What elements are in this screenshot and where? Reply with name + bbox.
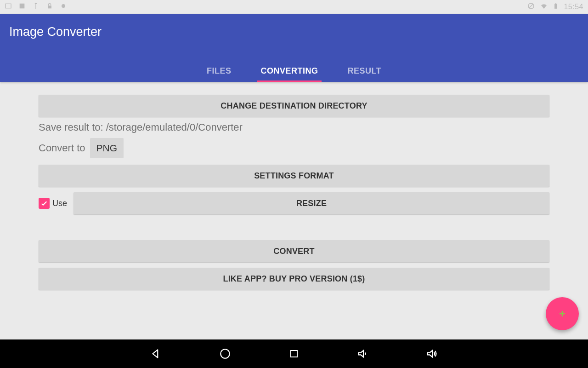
no-sign-icon <box>527 2 535 12</box>
settings-format-button[interactable]: SETTINGS FORMAT <box>39 165 549 187</box>
svg-rect-7 <box>555 3 556 4</box>
svg-rect-0 <box>6 4 11 8</box>
use-label: Use <box>52 199 67 208</box>
svg-line-5 <box>529 4 533 8</box>
svg-rect-2 <box>48 6 51 8</box>
convert-button[interactable]: CONVERT <box>39 240 549 262</box>
format-select[interactable]: PNG <box>90 138 124 158</box>
convert-to-row: Convert to PNG <box>39 138 549 158</box>
change-directory-button[interactable]: CHANGE DESTINATION DIRECTORY <box>39 95 549 117</box>
tabs: FILES CONVERTING RESULT <box>0 60 588 82</box>
lock-icon <box>46 2 53 12</box>
use-checkbox[interactable] <box>39 198 50 209</box>
check-icon <box>40 199 48 207</box>
resize-button[interactable]: RESIZE <box>74 192 549 214</box>
navigation-bar <box>0 339 588 368</box>
save-path-label: Save result to: /storage/emulated/0/Conv… <box>39 121 549 133</box>
use-resize-row: Use RESIZE <box>39 192 549 214</box>
tab-converting[interactable]: CONVERTING <box>260 60 318 82</box>
svg-point-3 <box>62 4 65 8</box>
screenshot-icon <box>5 2 12 12</box>
nav-volume-down-button[interactable] <box>356 347 370 361</box>
buy-pro-button[interactable]: LIKE APP? BUY PRO VERSION (1$) <box>39 268 549 290</box>
fab-add-button[interactable] <box>546 297 579 330</box>
wifi-icon <box>540 2 548 12</box>
plus-icon <box>558 309 567 318</box>
nav-recent-button[interactable] <box>287 347 301 361</box>
app-title: Image Converter <box>0 14 588 39</box>
svg-rect-9 <box>291 351 297 357</box>
android-icon <box>60 2 67 12</box>
convert-to-label: Convert to <box>39 142 85 154</box>
tab-files[interactable]: FILES <box>207 60 232 82</box>
status-bar: 15:54 <box>0 0 588 14</box>
nav-home-button[interactable] <box>218 347 232 361</box>
usb-icon <box>32 2 40 12</box>
tab-result[interactable]: RESULT <box>347 60 381 82</box>
svg-rect-6 <box>555 4 558 8</box>
app-bar: Image Converter FILES CONVERTING RESULT <box>0 14 588 82</box>
svg-rect-1 <box>20 4 25 9</box>
status-time: 15:54 <box>564 3 583 11</box>
square-icon <box>18 2 26 12</box>
svg-point-8 <box>220 349 230 358</box>
nav-back-button[interactable] <box>149 347 163 361</box>
nav-volume-up-button[interactable] <box>425 347 439 361</box>
content: CHANGE DESTINATION DIRECTORY Save result… <box>0 82 588 290</box>
battery-icon <box>553 2 559 12</box>
